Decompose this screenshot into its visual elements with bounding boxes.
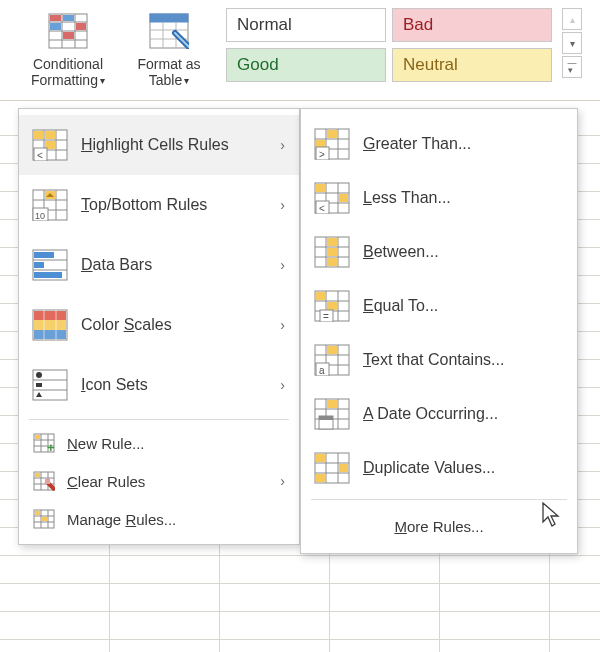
svg-rect-130 <box>316 474 325 482</box>
svg-rect-22 <box>34 131 43 139</box>
menu-label: Less Than... <box>363 189 563 207</box>
duplicate-values-icon <box>311 452 353 484</box>
svg-rect-6 <box>50 15 61 21</box>
svg-rect-57 <box>35 435 40 439</box>
svg-rect-113 <box>327 346 337 354</box>
svg-rect-23 <box>45 131 55 139</box>
gallery-more-button[interactable]: —▾ <box>562 56 582 78</box>
date-occurring-icon <box>311 398 353 430</box>
svg-text:<: < <box>319 203 325 214</box>
chevron-right-icon: › <box>280 317 285 333</box>
menu-label: New Rule... <box>67 435 285 452</box>
format-as-table-button[interactable]: Format as Table▾ <box>124 6 214 90</box>
submenu-duplicate-values[interactable]: Duplicate Values... <box>301 441 577 495</box>
cell-style-bad[interactable]: Bad <box>392 8 552 42</box>
menu-label: Text that Contains... <box>363 351 563 369</box>
menu-manage-rules[interactable]: Manage Rules... <box>19 500 299 538</box>
icon-sets-icon <box>29 369 71 401</box>
svg-rect-10 <box>76 23 86 30</box>
format-as-table-icon <box>149 10 189 52</box>
svg-rect-98 <box>327 258 337 266</box>
menu-new-rule[interactable]: + New Rule... <box>19 424 299 462</box>
format-as-table-label: Format as Table▾ <box>128 56 210 88</box>
menu-label: Highlight Cells Rules <box>81 136 274 154</box>
chevron-right-icon: › <box>280 257 285 273</box>
menu-label: Icon Sets <box>81 376 274 394</box>
chevron-right-icon: › <box>280 377 285 393</box>
manage-rules-icon <box>29 509 59 529</box>
menu-label: Equal To... <box>363 297 563 315</box>
conditional-formatting-button[interactable]: Conditional Formatting▾ <box>18 6 118 90</box>
svg-rect-97 <box>327 248 337 256</box>
menu-separator <box>311 499 567 500</box>
menu-label: Duplicate Values... <box>363 459 563 477</box>
gallery-up-button[interactable]: ▴ <box>562 8 582 30</box>
menu-highlight-cells-rules[interactable]: < Highlight Cells Rules › <box>19 115 299 175</box>
svg-rect-65 <box>45 479 50 484</box>
svg-rect-78 <box>327 130 337 138</box>
svg-rect-123 <box>319 416 333 420</box>
conditional-formatting-menu: < Highlight Cells Rules › 10 Top/Bottom … <box>18 108 300 545</box>
svg-rect-71 <box>35 511 40 515</box>
svg-rect-129 <box>316 454 325 462</box>
menu-clear-rules[interactable]: Clear Rules › <box>19 462 299 500</box>
cell-style-normal[interactable]: Normal <box>226 8 386 42</box>
svg-text:<: < <box>37 150 43 161</box>
data-bars-icon <box>29 249 71 281</box>
clear-rules-icon <box>29 471 59 491</box>
submenu-more-rules[interactable]: More Rules... <box>301 504 577 545</box>
svg-rect-96 <box>327 238 337 246</box>
submenu-greater-than[interactable]: > Greater Than... <box>301 117 577 171</box>
svg-text:>: > <box>319 149 325 160</box>
svg-rect-44 <box>34 330 66 339</box>
conditional-formatting-label: Conditional Formatting▾ <box>22 56 114 88</box>
svg-rect-8 <box>50 23 61 30</box>
color-scales-icon <box>29 309 71 341</box>
between-icon <box>311 236 353 268</box>
svg-rect-131 <box>339 464 348 472</box>
conditional-formatting-icon <box>48 10 88 52</box>
menu-color-scales[interactable]: Color Scales › <box>19 295 299 355</box>
cell-style-good[interactable]: Good <box>226 48 386 82</box>
cell-style-neutral[interactable]: Neutral <box>392 48 552 82</box>
svg-rect-121 <box>327 400 337 408</box>
svg-rect-42 <box>34 311 66 320</box>
svg-rect-38 <box>34 252 54 258</box>
top-bottom-icon: 10 <box>29 189 71 221</box>
svg-rect-64 <box>35 473 40 477</box>
svg-rect-12 <box>150 14 188 22</box>
less-than-icon: < <box>311 182 353 214</box>
menu-label: Manage Rules... <box>67 511 285 528</box>
menu-label: Clear Rules <box>67 473 274 490</box>
highlight-cells-icon: < <box>29 129 71 161</box>
menu-label: Top/Bottom Rules <box>81 196 274 214</box>
ribbon-styles-group: Conditional Formatting▾ Format as Table▾… <box>0 0 600 101</box>
svg-text:10: 10 <box>35 211 45 221</box>
svg-rect-40 <box>34 272 62 278</box>
svg-rect-43 <box>34 320 66 330</box>
svg-text:a: a <box>319 365 325 376</box>
menu-label: Data Bars <box>81 256 274 274</box>
submenu-date-occurring[interactable]: A Date Occurring... <box>301 387 577 441</box>
menu-label: Greater Than... <box>363 135 563 153</box>
submenu-between[interactable]: Between... <box>301 225 577 279</box>
text-contains-icon: a <box>311 344 353 376</box>
svg-rect-72 <box>42 517 47 521</box>
menu-data-bars[interactable]: Data Bars › <box>19 235 299 295</box>
chevron-right-icon: › <box>280 473 285 489</box>
svg-text:+: + <box>47 440 55 453</box>
svg-rect-39 <box>34 262 44 268</box>
submenu-equal-to[interactable]: = Equal To... <box>301 279 577 333</box>
menu-label: Color Scales <box>81 316 274 334</box>
chevron-right-icon: › <box>280 197 285 213</box>
chevron-right-icon: › <box>280 137 285 153</box>
submenu-text-contains[interactable]: a Text that Contains... <box>301 333 577 387</box>
gallery-down-button[interactable]: ▾ <box>562 32 582 54</box>
submenu-less-than[interactable]: < Less Than... <box>301 171 577 225</box>
svg-rect-7 <box>63 15 74 21</box>
svg-rect-87 <box>316 184 325 192</box>
menu-top-bottom-rules[interactable]: 10 Top/Bottom Rules › <box>19 175 299 235</box>
menu-icon-sets[interactable]: Icon Sets › <box>19 355 299 415</box>
cell-styles-gallery: Normal Bad Good Neutral <box>226 8 552 82</box>
svg-rect-9 <box>63 32 74 39</box>
